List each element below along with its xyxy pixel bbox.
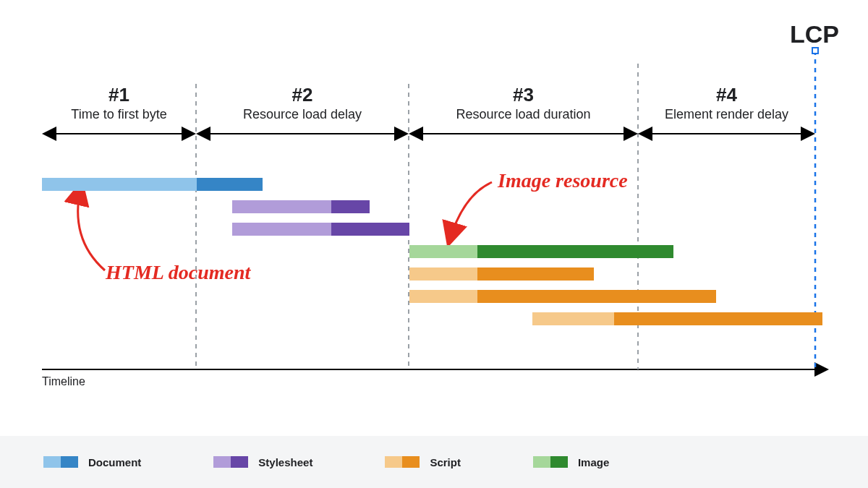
phase-1-number: #1 [42, 84, 196, 106]
phase-3-label: Resource load duration [409, 107, 638, 122]
phase-2-number: #2 [196, 84, 409, 106]
chart-svg [0, 0, 868, 488]
phase-2-label: Resource load delay [196, 107, 409, 122]
legend-item-script: Script [385, 456, 461, 468]
legend-swatch-stylesheet [213, 456, 248, 468]
legend-label-image: Image [578, 456, 609, 468]
legend-item-stylesheet: Stylesheet [213, 456, 312, 468]
bar-script-4 [409, 267, 594, 281]
legend-label-stylesheet: Stylesheet [258, 456, 312, 468]
legend: Document Stylesheet Script Image [0, 436, 868, 488]
bar-script-5 [409, 290, 716, 303]
phase-3-number: #3 [409, 84, 638, 106]
legend-item-document: Document [43, 456, 141, 468]
legend-swatch-script [385, 456, 420, 468]
annotation-arrow-html [78, 186, 105, 270]
legend-item-image: Image [533, 456, 609, 468]
legend-label-document: Document [88, 456, 141, 468]
bar-script-6 [532, 312, 822, 325]
diagram-stage: LCP Timeline HTML document Image resourc… [0, 0, 868, 488]
phase-4-number: #4 [638, 84, 815, 106]
legend-swatch-image [533, 456, 568, 468]
phase-4-label: Element render delay [638, 107, 815, 122]
bar-image-3 [409, 245, 673, 258]
legend-swatch-document [43, 456, 78, 468]
legend-label-script: Script [430, 456, 461, 468]
bar-stylesheet-1 [232, 200, 370, 213]
phase-1-label: Time to first byte [42, 107, 196, 122]
bar-document-0 [42, 178, 263, 191]
bar-stylesheet-2 [232, 223, 409, 236]
lcp-marker-square [812, 48, 818, 53]
annotation-arrow-image [449, 182, 492, 241]
